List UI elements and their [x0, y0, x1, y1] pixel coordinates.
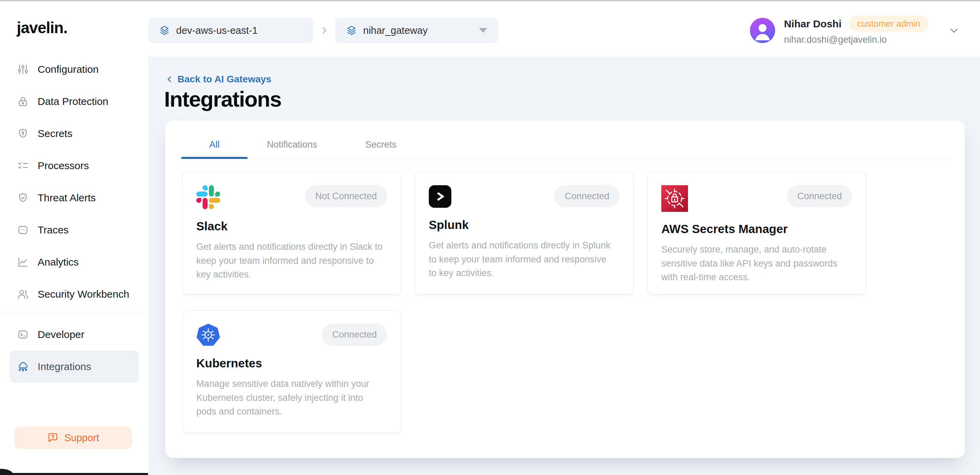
- sidebar-item-developer[interactable]: Developer: [0, 318, 149, 351]
- page-title: Integrations: [164, 87, 282, 111]
- breadcrumb: dev-aws-us-east-1 nihar_gateway: [148, 18, 498, 43]
- sidebar-item-data-protection[interactable]: Data Protection: [0, 86, 149, 118]
- main-content: Back to AI Gateways Integrations All Not…: [149, 57, 980, 475]
- status-badge: Not Connected: [305, 185, 387, 207]
- integration-card-splunk[interactable]: Connected Splunk Get alerts and notifica…: [415, 172, 634, 295]
- status-badge: Connected: [554, 185, 620, 207]
- sidebar-item-secrets[interactable]: Secrets: [0, 118, 149, 150]
- help-bubble-icon: [47, 432, 58, 443]
- sidebar-item-label: Threat Alerts: [38, 192, 96, 204]
- sidebar-item-label: Configuration: [38, 64, 99, 75]
- integration-description: Get alerts and notifications directly in…: [196, 240, 387, 281]
- sidebar-item-label: Security Workbench: [38, 288, 129, 300]
- integration-description: Manage sensitive data natively within yo…: [196, 377, 387, 419]
- tab-bar: All Notifications Secrets: [181, 131, 950, 159]
- integration-name: Kubernetes: [196, 356, 387, 370]
- integration-card-aws-secrets-manager[interactable]: Connected AWS Secrets Manager Securely s…: [647, 172, 866, 295]
- sliders-icon: [17, 64, 29, 75]
- terminal-icon: [17, 329, 29, 340]
- sidebar-item-configuration[interactable]: Configuration: [0, 53, 149, 86]
- integration-name: AWS Secrets Manager: [661, 222, 852, 236]
- integration-card-kubernetes[interactable]: Connected Kubernetes Manage sensitive da…: [182, 310, 401, 433]
- sidebar-item-traces[interactable]: Traces: [0, 214, 149, 246]
- tab-all[interactable]: All: [181, 131, 248, 159]
- tab-notifications[interactable]: Notifications: [248, 131, 336, 159]
- avatar: [750, 18, 775, 43]
- tab-secrets[interactable]: Secrets: [336, 131, 425, 159]
- status-badge: Connected: [322, 324, 387, 346]
- user-email: nihar.doshi@getjavelin.io: [784, 35, 929, 45]
- sidebar-item-label: Integrations: [38, 361, 91, 372]
- users-icon: [17, 288, 29, 300]
- integration-description: Get alerts and notifications directly in…: [429, 238, 620, 280]
- gateway-selector[interactable]: nihar_gateway: [335, 18, 498, 43]
- kubernetes-logo-icon: [196, 324, 220, 346]
- chevron-right-icon: [319, 25, 329, 35]
- integrations-panel: All Notifications Secrets Not Connected …: [165, 121, 965, 458]
- user-name: Nihar Doshi: [784, 18, 842, 30]
- sidebar-item-threat-alerts[interactable]: Threat Alerts: [0, 182, 149, 214]
- slack-logo-icon: [196, 185, 220, 209]
- integration-name: Slack: [196, 219, 387, 233]
- sidebar: Configuration Data Protection Secrets: [0, 2, 149, 475]
- caret-down-icon: [479, 28, 487, 33]
- sidebar-item-analytics[interactable]: Analytics: [0, 246, 149, 278]
- shield-check-icon: [17, 192, 29, 204]
- integration-description: Securely store, manage, and auto-rotate …: [661, 243, 852, 284]
- support-button[interactable]: Support: [14, 426, 132, 449]
- sidebar-divider: [0, 314, 149, 315]
- chevron-down-icon[interactable]: [948, 24, 960, 37]
- sidebar-item-label: Secrets: [38, 128, 73, 140]
- provider-name: dev-aws-us-east-1: [176, 25, 258, 36]
- sidebar-item-security-workbench[interactable]: Security Workbench: [0, 278, 149, 310]
- sidebar-item-processors[interactable]: Processors: [0, 150, 149, 182]
- sidebar-item-label: Processors: [38, 160, 89, 172]
- integration-card-slack[interactable]: Not Connected Slack Get alerts and notif…: [182, 172, 401, 295]
- status-badge: Connected: [787, 185, 852, 207]
- layers-icon: [159, 25, 170, 36]
- back-link[interactable]: Back to AI Gateways: [165, 74, 271, 85]
- role-badge: customer admin: [849, 16, 929, 32]
- chevron-left-icon: [165, 75, 174, 84]
- splunk-logo-icon: [429, 185, 451, 208]
- integration-cards-grid: Not Connected Slack Get alerts and notif…: [182, 172, 965, 433]
- sidebar-item-label: Analytics: [38, 256, 79, 268]
- integration-name: Splunk: [429, 218, 620, 232]
- lock-icon: [17, 96, 29, 107]
- sidebar-nav: Configuration Data Protection Secrets: [0, 53, 149, 383]
- user-menu[interactable]: Nihar Doshi customer admin nihar.doshi@g…: [750, 12, 960, 49]
- line-chart-icon: [17, 256, 29, 268]
- brand-logo[interactable]: javelin.: [17, 19, 67, 37]
- aws-secrets-manager-logo-icon: [661, 185, 688, 212]
- sidebar-item-label: Traces: [38, 224, 69, 236]
- browser-edge-strip: [0, 0, 980, 2]
- user-info: Nihar Doshi customer admin nihar.doshi@g…: [784, 16, 929, 45]
- checklist-icon: [17, 160, 29, 172]
- provider-selector[interactable]: dev-aws-us-east-1: [148, 18, 313, 43]
- bottom-cutoff-element: [0, 473, 148, 475]
- shield-key-icon: [17, 128, 29, 140]
- top-bar: javelin. dev-aws-us-east-1 nihar_gateway: [0, 2, 980, 57]
- support-label: Support: [64, 432, 99, 443]
- cloud-network-icon: [17, 361, 29, 372]
- gateway-name: nihar_gateway: [363, 25, 428, 36]
- sidebar-item-label: Data Protection: [38, 96, 108, 107]
- sidebar-item-integrations[interactable]: Integrations: [10, 351, 139, 383]
- sidebar-item-label: Developer: [38, 329, 84, 340]
- message-dots-icon: [17, 224, 29, 236]
- layers-icon: [346, 25, 357, 36]
